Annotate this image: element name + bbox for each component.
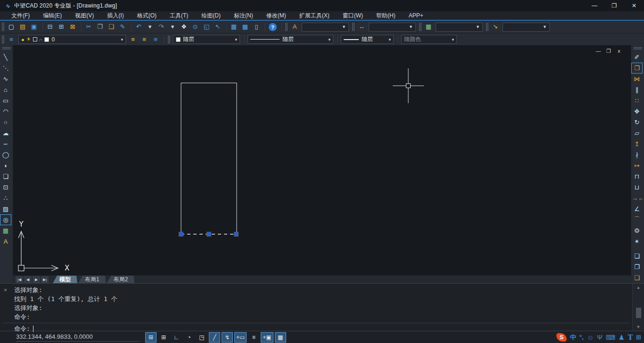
toolbar-grip[interactable] [352, 23, 355, 31]
table-tool[interactable]: ▦ [0, 225, 11, 236]
redo-button[interactable]: ↷ [156, 22, 167, 32]
new-file-button[interactable]: ▢ [6, 22, 17, 32]
move-tool[interactable]: ✥ [631, 106, 643, 117]
next-layout-nav[interactable]: ▶ [33, 276, 40, 283]
table-style-select[interactable]: ▼ [436, 23, 483, 32]
extend-tool[interactable]: ↦ [631, 160, 643, 171]
layer-previous-button[interactable]: ≡ [139, 34, 150, 45]
copy-tool[interactable]: ❐ [631, 63, 643, 74]
emoji-icon[interactable]: ☺ [587, 334, 594, 341]
menu-format[interactable]: 格式(O) [131, 11, 163, 20]
tab-model[interactable]: 模型 [53, 276, 77, 283]
rotate-tool[interactable]: ↻ [631, 117, 643, 128]
design-center-button[interactable]: ▩ [239, 22, 251, 32]
line-tool[interactable]: ╲ [0, 52, 11, 63]
menu-modify[interactable]: 修改(M) [260, 11, 293, 20]
trim-tool[interactable]: ∤ [631, 149, 643, 160]
menu-file[interactable]: 文件(F) [5, 11, 36, 20]
text-style-select[interactable]: ▼ [302, 23, 349, 32]
minimize-button[interactable]: — [585, 0, 604, 11]
layer-on-bulb-icon[interactable]: ● [21, 37, 25, 42]
menu-draw[interactable]: 绘图(D) [195, 11, 227, 20]
mleader-style-select[interactable]: ▼ [503, 23, 550, 32]
polyline-tool[interactable]: ∿ [0, 74, 11, 84]
help-button[interactable]: ? [269, 23, 277, 31]
sogou-logo-icon[interactable]: S [556, 333, 567, 342]
scale-tool[interactable]: ▱ [631, 128, 643, 139]
skin-shirt-icon[interactable]: T [628, 334, 633, 341]
layer-select[interactable]: ● ☀ ∩ 0 ▾ [18, 35, 126, 44]
break-at-point-tool[interactable]: ⊓ [631, 171, 643, 182]
scrollbar-track[interactable] [636, 291, 641, 323]
scroll-up-icon[interactable]: ▲ [636, 284, 641, 291]
toolbar-grip[interactable] [168, 35, 170, 44]
ellipse-arc-tool[interactable]: ◖ [0, 160, 11, 171]
insert-block-tool[interactable]: ❏ [0, 171, 11, 182]
join-tool[interactable]: →← [631, 193, 643, 204]
menu-express-tools[interactable]: 扩展工具(X) [293, 11, 336, 20]
lineweight-select[interactable]: 随层 ▾ [341, 35, 394, 44]
mtext-tool[interactable]: A [0, 236, 11, 247]
paste-button[interactable]: ❑ [106, 22, 117, 32]
send-to-back-tool[interactable]: ❐ [631, 261, 643, 272]
text-style-icon[interactable]: A [289, 22, 300, 32]
rectangle-tool[interactable]: ▭ [0, 95, 11, 106]
stretch-tool[interactable]: ↥ [631, 139, 643, 149]
polygon-tool[interactable]: ⌂ [0, 84, 11, 95]
break-tool[interactable]: ⊔ [631, 182, 643, 193]
mirror-tool[interactable]: ⋈ [631, 74, 643, 84]
ellipse-tool[interactable]: ◯ [0, 149, 11, 160]
erase-tool[interactable]: ✐ [631, 52, 643, 63]
menu-help[interactable]: 帮助(H) [370, 11, 402, 20]
spline-tool[interactable]: ∽ [0, 139, 11, 149]
doc-restore-button[interactable]: ❐ [605, 48, 612, 54]
open-file-button[interactable]: ▤ [17, 22, 28, 32]
linetype-select[interactable]: 随层 ▾ [248, 35, 333, 44]
blend-curves-tool[interactable]: ❂ [631, 225, 643, 236]
toolbar-grip[interactable] [486, 23, 488, 31]
grip-point[interactable] [179, 232, 183, 237]
mleader-style-icon[interactable]: ➘ [490, 22, 501, 32]
color-select[interactable]: 随层 ▾ [173, 35, 240, 44]
properties-palette-button[interactable]: ▦ [228, 22, 239, 32]
scroll-down-icon[interactable]: ▼ [636, 323, 641, 331]
chevron-down-icon[interactable]: ▾ [119, 37, 124, 42]
layer-manager-button[interactable]: ≡ [6, 34, 17, 45]
hatch-tool[interactable]: ▨ [0, 204, 11, 214]
close-icon[interactable]: ✕ [4, 286, 7, 293]
plot-style-select[interactable]: 随颜色 ▾ [401, 35, 457, 44]
match-properties-button[interactable]: ✎ [117, 22, 128, 32]
arc-tool[interactable]: ◠ [0, 106, 11, 117]
doc-close-button[interactable]: x [616, 48, 622, 54]
punctuation-icon[interactable]: °, [579, 334, 584, 341]
menu-dimension[interactable]: 标注(N) [227, 11, 260, 20]
tool-palettes-button[interactable]: ▯ [251, 22, 262, 32]
array-tool[interactable]: ∷ [631, 95, 643, 106]
cut-button[interactable]: ✂ [83, 22, 94, 32]
toolbar-grip[interactable] [2, 47, 11, 49]
first-layout-nav[interactable]: |◀ [16, 276, 23, 283]
copy-button[interactable]: ❐ [94, 22, 106, 32]
menu-window[interactable]: 窗口(W) [336, 11, 370, 20]
toolbox-icon[interactable]: ⊞ [636, 334, 641, 341]
grip-point[interactable] [234, 232, 239, 237]
construction-line-tool[interactable]: ⋱ [0, 63, 11, 74]
layer-states-manager-button[interactable]: ≡ [150, 34, 161, 45]
command-text-area[interactable]: ✕ 选择对象:找到 1 个 (1 个重复), 总计 1 个选择对象:命令: 命令… [0, 284, 632, 331]
drawing-canvas[interactable]: YX —❐x [13, 45, 631, 275]
toolbar-grip[interactable] [634, 47, 642, 49]
circle-tool[interactable]: ○ [0, 117, 11, 128]
redo-dropdown[interactable]: ▾ [167, 22, 178, 32]
make-object-layer-current-button[interactable]: ≡ [127, 34, 139, 45]
toolbar-grip[interactable] [2, 35, 4, 44]
offset-tool[interactable]: ∥ [631, 84, 643, 95]
doc-minimize-button[interactable]: — [595, 48, 602, 54]
layer-lock-icon[interactable]: ∩ [39, 37, 43, 42]
zoom-window-button[interactable]: ◱ [201, 22, 212, 32]
restore-button[interactable]: ❐ [604, 0, 624, 11]
dim-style-select[interactable]: ▼ [369, 23, 416, 32]
print-button[interactable]: ⊟ [44, 22, 56, 32]
bring-to-front-tool[interactable]: ❏ [631, 251, 643, 261]
make-block-tool[interactable]: ⊡ [0, 182, 11, 193]
menu-app-plus[interactable]: APP+ [402, 11, 430, 20]
